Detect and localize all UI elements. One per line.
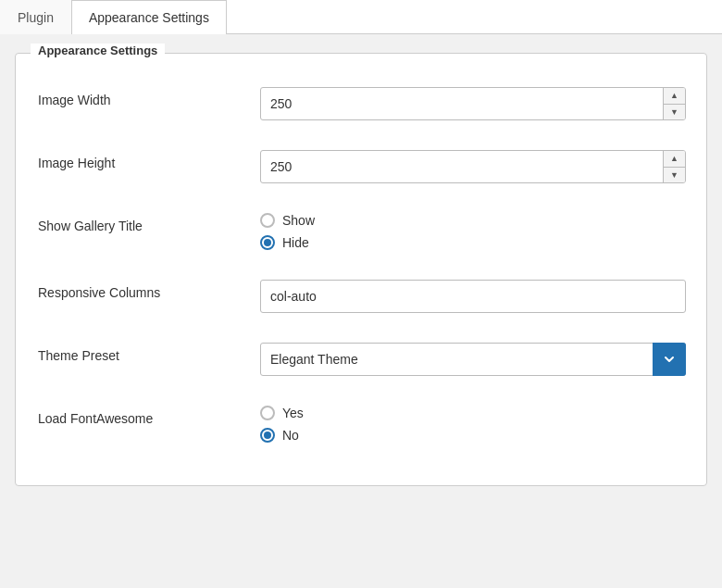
- fontawesome-no-option[interactable]: No: [260, 428, 684, 443]
- image-width-input-wrap: ▲ ▼: [260, 87, 686, 120]
- theme-preset-control: Elegant Theme Classic Theme Modern Theme: [260, 343, 686, 376]
- tabs-bar: Plugin Appearance Settings: [0, 0, 722, 34]
- image-height-spinner: ▲ ▼: [663, 151, 685, 182]
- responsive-columns-row: Responsive Columns: [38, 265, 684, 328]
- gallery-title-hide-option[interactable]: Hide: [260, 235, 684, 250]
- image-width-row: Image Width ▲ ▼: [38, 72, 684, 135]
- load-fontawesome-row: Load FontAwesome Yes No: [38, 391, 684, 457]
- load-fontawesome-control: Yes No: [260, 406, 684, 443]
- image-width-control: ▲ ▼: [260, 87, 686, 120]
- fontawesome-no-label: No: [282, 428, 299, 443]
- fontawesome-no-radio[interactable]: [260, 428, 275, 443]
- show-gallery-title-radio-group: Show Hide: [260, 213, 684, 250]
- load-fontawesome-label: Load FontAwesome: [38, 406, 260, 426]
- tab-plugin[interactable]: Plugin: [0, 0, 71, 34]
- image-height-increment[interactable]: ▲: [664, 151, 685, 168]
- image-height-input[interactable]: [260, 150, 686, 183]
- gallery-title-show-radio[interactable]: [260, 213, 275, 228]
- gallery-title-hide-label: Hide: [282, 235, 309, 250]
- responsive-columns-label: Responsive Columns: [38, 280, 260, 300]
- image-width-label: Image Width: [38, 87, 260, 107]
- image-height-control: ▲ ▼: [260, 150, 686, 183]
- image-width-spinner: ▲ ▼: [663, 88, 685, 119]
- image-height-decrement[interactable]: ▼: [664, 168, 685, 183]
- tab-appearance-settings[interactable]: Appearance Settings: [71, 0, 227, 34]
- gallery-title-show-option[interactable]: Show: [260, 213, 684, 228]
- image-height-input-wrap: ▲ ▼: [260, 150, 686, 183]
- gallery-title-hide-radio[interactable]: [260, 235, 275, 250]
- responsive-columns-control: [260, 280, 686, 313]
- theme-preset-row: Theme Preset Elegant Theme Classic Theme…: [38, 328, 684, 391]
- image-height-row: Image Height ▲ ▼: [38, 135, 684, 198]
- image-height-label: Image Height: [38, 150, 260, 170]
- fontawesome-yes-label: Yes: [282, 406, 304, 420]
- show-gallery-title-label: Show Gallery Title: [38, 213, 260, 233]
- responsive-columns-input[interactable]: [260, 280, 686, 313]
- image-width-input[interactable]: [260, 87, 686, 120]
- fontawesome-yes-option[interactable]: Yes: [260, 406, 684, 420]
- theme-preset-label: Theme Preset: [38, 343, 260, 363]
- load-fontawesome-radio-group: Yes No: [260, 406, 684, 443]
- page-content: Appearance Settings Image Width ▲ ▼ Imag…: [0, 34, 722, 505]
- show-gallery-title-control: Show Hide: [260, 213, 684, 250]
- fontawesome-yes-radio[interactable]: [260, 406, 275, 420]
- settings-box-legend: Appearance Settings: [31, 44, 165, 57]
- image-width-increment[interactable]: ▲: [664, 88, 685, 105]
- gallery-title-show-label: Show: [282, 213, 315, 228]
- theme-preset-select-wrap: Elegant Theme Classic Theme Modern Theme: [260, 343, 686, 376]
- show-gallery-title-row: Show Gallery Title Show Hide: [38, 198, 684, 265]
- image-width-decrement[interactable]: ▼: [664, 105, 685, 120]
- settings-box: Appearance Settings Image Width ▲ ▼ Imag…: [15, 53, 707, 486]
- theme-preset-select[interactable]: Elegant Theme Classic Theme Modern Theme: [260, 343, 686, 376]
